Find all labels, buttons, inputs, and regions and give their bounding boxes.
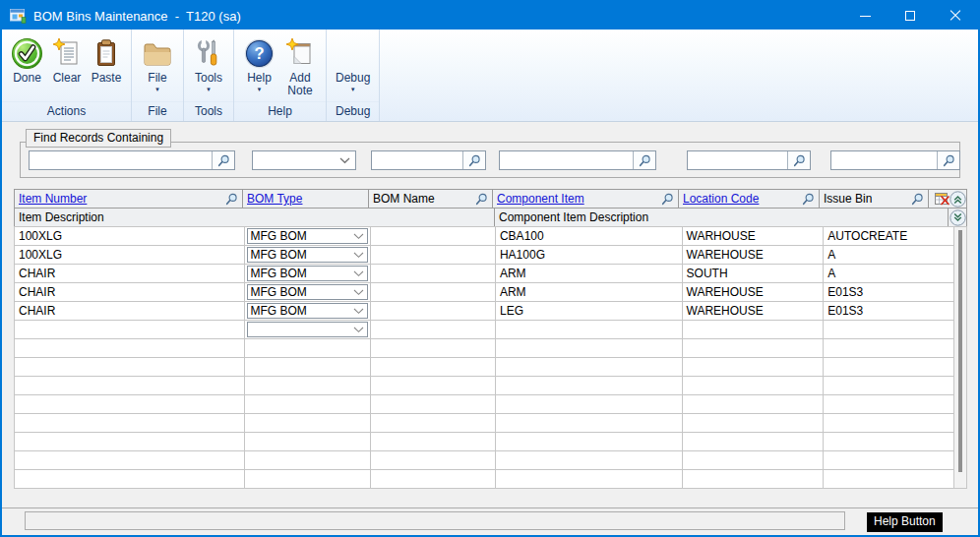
cell-bom-type[interactable] xyxy=(245,321,372,339)
bom-type-dropdown[interactable]: MFG BOM xyxy=(247,228,369,244)
cell-location-code[interactable]: WAREHOUSE xyxy=(683,302,825,321)
cell-bom-type[interactable]: MFG BOM xyxy=(245,246,372,265)
debug-button[interactable]: Debug ▼ xyxy=(332,32,374,101)
cell-location-code[interactable] xyxy=(683,451,825,470)
cell-bom-name[interactable] xyxy=(371,321,496,339)
cell-issue-bin[interactable]: E01S3 xyxy=(824,283,954,302)
cell-bom-type[interactable] xyxy=(245,377,372,395)
cell-bom-type[interactable] xyxy=(245,433,372,451)
cell-bom-name[interactable] xyxy=(371,302,496,321)
bom-type-dropdown[interactable] xyxy=(247,322,369,337)
cell-location-code[interactable]: WAREHOUSE xyxy=(683,283,825,302)
cell-component-item[interactable] xyxy=(496,433,683,451)
cell-location-code[interactable]: SOUTH xyxy=(683,265,825,283)
scrollbar-thumb[interactable] xyxy=(958,230,962,472)
cell-item-number[interactable] xyxy=(15,395,245,414)
cell-location-code[interactable] xyxy=(683,358,825,377)
find-location-code-lookup-button[interactable] xyxy=(787,151,810,169)
cell-bom-name[interactable] xyxy=(371,283,496,302)
cell-issue-bin[interactable] xyxy=(824,433,954,451)
paste-button[interactable]: Paste xyxy=(87,32,126,101)
cell-item-number[interactable]: CHAIR xyxy=(15,265,245,283)
remove-column-icon[interactable] xyxy=(935,193,949,206)
cell-bom-name[interactable] xyxy=(371,246,496,265)
cell-bom-name[interactable] xyxy=(371,265,496,283)
cell-bom-name[interactable] xyxy=(371,470,496,489)
find-component-item-lookup-button[interactable] xyxy=(633,151,655,169)
cell-location-code[interactable] xyxy=(683,377,825,395)
cell-location-code[interactable] xyxy=(683,339,825,358)
cell-item-number[interactable] xyxy=(15,339,245,358)
cell-bom-type[interactable] xyxy=(245,414,372,433)
cell-issue-bin[interactable]: A xyxy=(824,246,954,265)
cell-bom-type[interactable]: MFG BOM xyxy=(245,302,372,321)
cell-component-item[interactable] xyxy=(496,339,683,358)
cell-component-item[interactable] xyxy=(496,377,683,395)
col-header-issue-bin[interactable]: Issue Bin xyxy=(819,189,929,209)
cell-component-item[interactable] xyxy=(496,395,683,414)
cell-bom-type[interactable]: MFG BOM xyxy=(245,265,372,283)
cell-issue-bin[interactable] xyxy=(824,358,954,377)
minimize-button[interactable] xyxy=(842,2,888,30)
clear-button[interactable]: Clear xyxy=(47,32,87,101)
cell-bom-type[interactable]: MFG BOM xyxy=(245,227,372,246)
bom-type-dropdown[interactable]: MFG BOM xyxy=(247,247,369,263)
col-header-location-code[interactable]: Location Code xyxy=(678,189,820,209)
find-bom-name-input[interactable] xyxy=(372,151,462,169)
cell-item-number[interactable]: 100XLG xyxy=(15,246,245,265)
cell-item-number[interactable] xyxy=(15,321,245,339)
vertical-scrollbar[interactable] xyxy=(954,226,967,489)
close-button[interactable] xyxy=(933,2,978,30)
cell-issue-bin[interactable] xyxy=(824,451,954,470)
cell-item-number[interactable]: CHAIR xyxy=(15,302,245,321)
find-bom-type-dropdown[interactable] xyxy=(252,150,356,170)
bom-type-dropdown[interactable]: MFG BOM xyxy=(247,266,369,281)
find-component-item-input[interactable] xyxy=(500,151,633,169)
cell-bom-name[interactable] xyxy=(371,414,496,433)
find-item-number-input[interactable] xyxy=(30,151,212,169)
col-header-bom-type[interactable]: BOM Type xyxy=(242,189,369,209)
help-button[interactable]: ? Help ▼ xyxy=(239,32,279,101)
find-item-number-lookup-button[interactable] xyxy=(212,151,234,169)
cell-bom-name[interactable] xyxy=(371,358,496,377)
cell-component-item[interactable]: ARM xyxy=(496,283,683,302)
cell-bom-name[interactable] xyxy=(371,433,496,451)
cell-component-item[interactable] xyxy=(496,414,683,433)
cell-issue-bin[interactable] xyxy=(824,321,954,339)
cell-item-number[interactable] xyxy=(15,451,245,470)
cell-location-code[interactable] xyxy=(683,470,825,489)
cell-bom-name[interactable] xyxy=(371,339,496,358)
bom-type-dropdown[interactable]: MFG BOM xyxy=(247,284,369,300)
col-header-item-number[interactable]: Item Number xyxy=(14,189,243,209)
bom-type-sort-link[interactable]: BOM Type xyxy=(247,192,302,206)
cell-bom-type[interactable] xyxy=(245,395,372,414)
maximize-button[interactable] xyxy=(888,2,933,30)
cell-location-code[interactable] xyxy=(683,321,825,339)
cell-bom-name[interactable] xyxy=(371,377,496,395)
cell-bom-type[interactable] xyxy=(245,358,372,377)
cell-issue-bin[interactable]: E01S3 xyxy=(824,302,954,321)
cell-location-code[interactable] xyxy=(683,395,825,414)
find-bom-name-lookup-button[interactable] xyxy=(462,151,485,169)
cell-issue-bin[interactable]: AUTOCREATE xyxy=(824,227,954,246)
cell-component-item[interactable]: LEG xyxy=(496,302,683,321)
find-issue-bin-input[interactable] xyxy=(831,151,937,169)
cell-item-number[interactable] xyxy=(15,414,245,433)
cell-bom-name[interactable] xyxy=(371,395,496,414)
cell-bom-type[interactable] xyxy=(245,339,372,358)
cell-item-number[interactable]: 100XLG xyxy=(15,227,245,246)
lookup-icon[interactable] xyxy=(661,193,674,206)
find-issue-bin-lookup-button[interactable] xyxy=(937,151,959,169)
cell-component-item[interactable]: HA100G xyxy=(496,246,683,265)
cell-component-item[interactable]: ARM xyxy=(496,265,683,283)
lookup-icon[interactable] xyxy=(475,193,488,206)
cell-issue-bin[interactable] xyxy=(824,339,954,358)
lookup-icon[interactable] xyxy=(802,193,815,206)
lookup-icon[interactable] xyxy=(225,193,238,206)
cell-bom-type[interactable]: MFG BOM xyxy=(245,283,372,302)
col-header-component-item[interactable]: Component Item xyxy=(492,189,679,209)
expand-rows-button[interactable] xyxy=(948,208,967,227)
cell-bom-name[interactable] xyxy=(371,227,496,246)
cell-issue-bin[interactable]: A xyxy=(824,265,954,283)
cell-component-item[interactable] xyxy=(496,451,683,470)
